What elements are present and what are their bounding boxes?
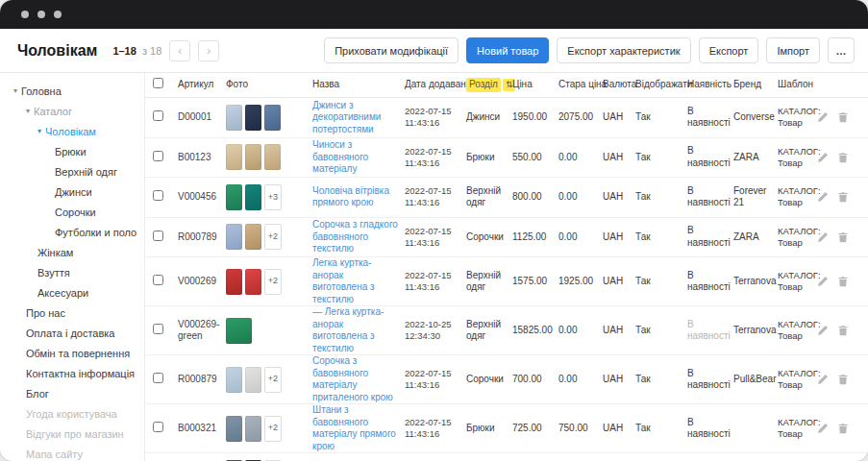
more-photos-badge[interactable]: +2: [264, 224, 282, 250]
row-checkbox[interactable]: [153, 151, 163, 161]
product-name-link[interactable]: Чоловіча вітрівка прямого крою: [312, 185, 389, 208]
product-photo[interactable]: [245, 105, 261, 131]
column-header-photo[interactable]: Фото: [226, 79, 312, 91]
edit-icon[interactable]: [817, 325, 829, 336]
row-checkbox[interactable]: [153, 110, 163, 121]
product-name-link[interactable]: Чиноси з бавовняного матеріалу: [312, 139, 368, 174]
column-header-price[interactable]: Ціна: [512, 79, 558, 91]
export-button[interactable]: Експорт: [699, 37, 759, 63]
column-header-section-label[interactable]: Розділ: [466, 78, 501, 92]
product-name-link[interactable]: Сорочка з гладкого бавовняного текстилю: [312, 219, 398, 254]
select-all-checkbox[interactable]: [153, 78, 163, 88]
edit-icon[interactable]: [817, 231, 829, 243]
sidebar-item[interactable]: Джинси: [0, 182, 144, 202]
delete-icon[interactable]: [837, 423, 849, 434]
product-photo[interactable]: [226, 318, 252, 344]
more-photos-badge[interactable]: +2: [264, 269, 282, 295]
new-product-button[interactable]: Новий товар: [466, 37, 549, 63]
sidebar-item[interactable]: Сорочки: [0, 202, 144, 222]
product-photo[interactable]: [264, 144, 281, 170]
row-checkbox[interactable]: [153, 422, 163, 432]
delete-icon[interactable]: [837, 152, 849, 163]
delete-icon[interactable]: [837, 191, 849, 203]
sidebar-item[interactable]: Мапа сайту: [0, 444, 144, 461]
more-photos-badge[interactable]: +2: [264, 416, 282, 442]
row-checkbox[interactable]: [153, 275, 163, 285]
sidebar-item[interactable]: ▾Каталог: [0, 101, 144, 121]
sidebar-item[interactable]: Відгуки про магазин: [0, 424, 144, 444]
sidebar-item[interactable]: ▾Головна: [0, 81, 144, 101]
sidebar-item[interactable]: ▾Чоловікам: [0, 121, 144, 141]
column-header-brand[interactable]: Бренд: [733, 79, 778, 91]
import-button[interactable]: Імпорт: [766, 37, 820, 63]
sidebar-item[interactable]: Контактна інформація: [0, 363, 144, 383]
chevron-down-icon[interactable]: ▾: [26, 107, 30, 115]
column-header-date[interactable]: Дата додавання: [405, 79, 466, 91]
row-checkbox[interactable]: [153, 190, 163, 201]
edit-icon[interactable]: [817, 152, 829, 163]
column-header-availability[interactable]: Наявність: [687, 79, 733, 91]
edit-icon[interactable]: [817, 374, 829, 385]
column-header-section[interactable]: Розділ ⇅: [466, 78, 512, 92]
more-actions-button[interactable]: …: [828, 37, 855, 63]
sidebar-item[interactable]: Блог: [0, 383, 144, 403]
sidebar-item[interactable]: Аксесуари: [0, 282, 144, 303]
maximize-button[interactable]: [54, 11, 62, 18]
product-photo[interactable]: [226, 367, 242, 393]
sidebar-item[interactable]: Взуття: [0, 262, 144, 282]
row-checkbox[interactable]: [153, 230, 163, 241]
edit-icon[interactable]: [817, 111, 829, 123]
product-photo[interactable]: [245, 269, 261, 295]
product-name-link[interactable]: Легка куртка-анорак виготовлена з тексти…: [312, 257, 375, 304]
product-photo[interactable]: [264, 105, 281, 131]
column-header-name[interactable]: Назва: [312, 79, 405, 91]
product-photo[interactable]: [245, 224, 261, 250]
chevron-down-icon[interactable]: ▾: [13, 86, 17, 95]
sidebar-item[interactable]: Оплата і доставка: [0, 323, 144, 343]
edit-icon[interactable]: [817, 191, 829, 203]
row-checkbox[interactable]: [153, 373, 163, 383]
chevron-down-icon[interactable]: ▾: [37, 127, 41, 135]
edit-icon[interactable]: [817, 423, 829, 434]
delete-icon[interactable]: [837, 231, 849, 243]
delete-icon[interactable]: [837, 374, 849, 385]
product-name-link[interactable]: Джинси з декоративними потертостями: [312, 100, 381, 134]
product-photo[interactable]: [226, 224, 242, 250]
minimize-button[interactable]: [37, 11, 45, 18]
more-photos-badge[interactable]: +2: [264, 367, 282, 393]
product-name-link[interactable]: Сорочка з бавовняного матеріалу притален…: [312, 355, 393, 402]
product-name-link[interactable]: — Легка куртка-анорак виготовлена з текс…: [312, 306, 384, 353]
product-photo[interactable]: [245, 184, 261, 210]
product-photo[interactable]: [226, 105, 242, 131]
delete-icon[interactable]: [837, 325, 849, 336]
column-header-sku[interactable]: Артикул: [178, 79, 226, 91]
column-header-currency[interactable]: Валюта: [603, 79, 635, 91]
column-header-template[interactable]: Шаблон: [778, 79, 826, 91]
column-header-display[interactable]: Відображати: [635, 79, 687, 91]
product-photo[interactable]: [245, 367, 261, 393]
row-checkbox[interactable]: [153, 324, 163, 334]
hide-modifications-button[interactable]: Приховати модифікації: [324, 37, 459, 63]
column-header-old-price[interactable]: Стара ціна: [558, 79, 603, 91]
prev-page-button[interactable]: ‹: [169, 40, 190, 61]
product-photo[interactable]: [226, 416, 242, 442]
sidebar-item[interactable]: Брюки: [0, 141, 144, 161]
edit-icon[interactable]: [817, 276, 829, 287]
product-photo[interactable]: [245, 416, 261, 442]
sidebar-item[interactable]: Обмін та повернення: [0, 343, 144, 363]
sidebar-item[interactable]: Верхній одяг: [0, 161, 144, 182]
product-name-link[interactable]: Штани з бавовняного матеріалу прямого кр…: [312, 404, 396, 451]
more-photos-badge[interactable]: +3: [264, 184, 282, 210]
sidebar-item[interactable]: Угода користувача: [0, 403, 144, 424]
sidebar-item[interactable]: Футболки и поло: [0, 222, 144, 242]
product-photo[interactable]: [226, 144, 242, 170]
delete-icon[interactable]: [837, 111, 849, 123]
product-photo[interactable]: [245, 144, 261, 170]
close-button[interactable]: [21, 11, 29, 18]
export-characteristics-button[interactable]: Експорт характеристик: [557, 37, 690, 63]
product-photo[interactable]: [226, 184, 242, 210]
product-photo[interactable]: [226, 269, 242, 295]
next-page-button[interactable]: ›: [198, 40, 219, 61]
delete-icon[interactable]: [837, 276, 849, 287]
sidebar-item[interactable]: Про нас: [0, 303, 144, 323]
